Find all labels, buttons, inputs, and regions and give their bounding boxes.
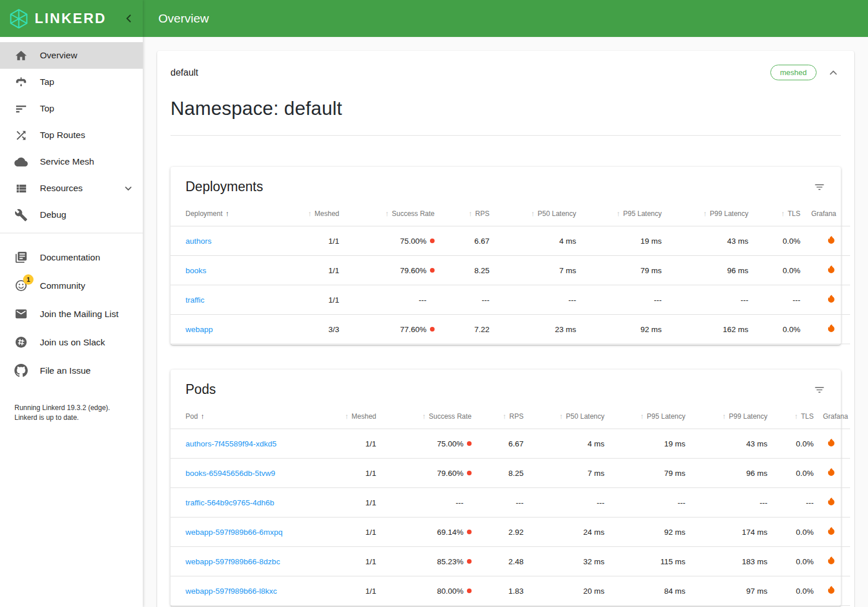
table-row: webapp 3/3 77.60% 7.22 23 ms 92 ms 162 m…: [170, 315, 850, 344]
deployment-link[interactable]: traffic: [186, 296, 205, 304]
main-area: Overview default meshed Namespace: defau…: [143, 0, 868, 607]
rps-cell: 8.25: [476, 459, 528, 488]
p95-cell: ---: [581, 285, 666, 315]
rps-cell: 8.25: [439, 256, 494, 285]
sort-arrow-icon: ↑: [469, 209, 473, 218]
tls-cell: 0.0%: [772, 576, 818, 606]
sidebar-item-community[interactable]: 1 Community: [0, 271, 143, 300]
shuffle-icon: [14, 129, 28, 142]
pod-link[interactable]: webapp-597f989b66-8dzbc: [186, 557, 280, 566]
namespace-card-header: default meshed: [170, 65, 841, 80]
sort-arrow-icon: ↑: [794, 412, 798, 420]
tls-cell: 0.0%: [772, 547, 818, 576]
sidebar-item-slack[interactable]: Join us on Slack: [0, 328, 143, 356]
column-header-p95[interactable]: ↑P95 Latency: [581, 204, 666, 226]
meshed-cell: 1/1: [320, 429, 381, 459]
grafana-icon[interactable]: [826, 235, 836, 245]
meshed-cell: 1/1: [281, 256, 344, 285]
chevron-down-icon[interactable]: [122, 182, 135, 195]
column-header-tls[interactable]: ↑TLS: [772, 407, 818, 429]
sort-arrow-icon: ↑: [385, 209, 389, 218]
sidebar-item-file-issue[interactable]: File an Issue: [0, 356, 143, 385]
grafana-icon[interactable]: [826, 585, 836, 595]
tls-cell: ---: [772, 488, 818, 517]
p99-cell: 97 ms: [690, 576, 772, 606]
column-header-p50[interactable]: ↑P50 Latency: [528, 407, 609, 429]
column-header-grafana: Grafana: [805, 204, 850, 226]
deployment-link[interactable]: webapp: [186, 325, 213, 334]
table-row: webapp-597f989b66-6mxpq 1/1 69.14% 2.92 …: [170, 517, 850, 547]
column-header-p99[interactable]: ↑P99 Latency: [690, 407, 772, 429]
rps-cell: 7.22: [439, 315, 494, 344]
column-header-p99[interactable]: ↑P99 Latency: [666, 204, 753, 226]
deployment-link[interactable]: books: [186, 266, 206, 275]
column-header-p95[interactable]: ↑P95 Latency: [609, 407, 690, 429]
column-header-success-rate[interactable]: ↑Success Rate: [344, 204, 439, 226]
p50-cell: 23 ms: [494, 315, 581, 344]
column-header-meshed[interactable]: ↑Meshed: [281, 204, 344, 226]
sidebar-item-overview[interactable]: Overview: [0, 42, 143, 69]
pods-table: Pod↑ ↑Meshed ↑Success Rate ↑RPS ↑P50 Lat…: [170, 407, 850, 606]
column-header-grafana: Grafana: [818, 407, 850, 429]
table-row: webapp-597f989b66-l8kxc 1/1 80.00% 1.83 …: [170, 576, 850, 606]
meshed-cell: 1/1: [281, 285, 344, 315]
linkerd-logo[interactable]: LINKERD: [8, 8, 106, 29]
github-icon: [14, 364, 28, 377]
p95-cell: 115 ms: [609, 547, 690, 576]
tls-cell: 0.0%: [772, 429, 818, 459]
deployments-filter-button[interactable]: [812, 180, 827, 195]
smiley-icon: 1: [14, 279, 28, 292]
sort-arrow-icon: ↑: [640, 412, 644, 420]
namespace-heading: Namespace: default: [170, 98, 841, 120]
sidebar-item-documentation[interactable]: Documentation: [0, 243, 143, 271]
sidebar-item-mailing-list[interactable]: Join the Mailing List: [0, 300, 143, 328]
sidebar-collapse-button[interactable]: [121, 10, 137, 27]
column-header-rps[interactable]: ↑RPS: [476, 407, 528, 429]
column-header-pod[interactable]: Pod↑: [170, 407, 320, 429]
pod-link[interactable]: webapp-597f989b66-l8kxc: [186, 587, 277, 595]
meshed-cell: 3/3: [281, 315, 344, 344]
grafana-icon[interactable]: [826, 438, 836, 448]
filter-icon: [814, 181, 825, 193]
sidebar-item-tap[interactable]: Tap: [0, 69, 143, 95]
sort-arrow-icon: ↑: [503, 412, 507, 420]
pod-link[interactable]: authors-7f45589f94-xdkd5: [186, 440, 277, 448]
collapse-card-button[interactable]: [826, 65, 841, 80]
pod-link[interactable]: webapp-597f989b66-6mxpq: [186, 528, 283, 537]
column-header-success-rate[interactable]: ↑Success Rate: [381, 407, 476, 429]
column-header-p50[interactable]: ↑P50 Latency: [494, 204, 581, 226]
grafana-icon[interactable]: [826, 265, 836, 274]
alert-dot: [430, 268, 435, 273]
sidebar-item-resources[interactable]: Resources: [0, 175, 143, 202]
success-rate-cell: 69.14%: [381, 517, 476, 547]
grafana-icon[interactable]: [826, 556, 836, 565]
grafana-icon[interactable]: [826, 323, 836, 333]
column-header-deployment[interactable]: Deployment↑: [170, 204, 281, 226]
sidebar-item-top-routes[interactable]: Top Routes: [0, 122, 143, 148]
p99-cell: 162 ms: [666, 315, 753, 344]
grafana-icon[interactable]: [826, 294, 836, 304]
grafana-icon[interactable]: [826, 467, 836, 477]
p50-cell: ---: [494, 285, 581, 315]
sidebar-item-service-mesh[interactable]: Service Mesh: [0, 148, 143, 175]
sidebar-item-debug[interactable]: Debug: [0, 202, 143, 228]
grafana-icon[interactable]: [826, 497, 836, 507]
grafana-icon[interactable]: [826, 526, 836, 536]
pod-link[interactable]: books-65945656db-5tvw9: [186, 469, 275, 478]
pods-filter-button[interactable]: [812, 382, 827, 397]
column-header-tls[interactable]: ↑TLS: [753, 204, 805, 226]
p50-cell: 24 ms: [528, 517, 609, 547]
column-header-meshed[interactable]: ↑Meshed: [320, 407, 381, 429]
p99-cell: 96 ms: [690, 459, 772, 488]
deployment-link[interactable]: authors: [186, 237, 212, 245]
table-row: authors-7f45589f94-xdkd5 1/1 75.00% 6.67…: [170, 429, 850, 459]
pod-link[interactable]: traffic-564b9c9765-4dh6b: [186, 498, 275, 507]
deployments-title: Deployments: [186, 179, 263, 195]
column-header-rps[interactable]: ↑RPS: [439, 204, 494, 226]
meshed-cell: 1/1: [320, 547, 381, 576]
sidebar-item-top[interactable]: Top: [0, 95, 143, 122]
meshed-cell: 1/1: [281, 226, 344, 256]
sort-arrow-icon: ↑: [201, 412, 205, 420]
table-row: books 1/1 79.60% 8.25 7 ms 79 ms 96 ms 0…: [170, 256, 850, 285]
section-divider: [170, 135, 841, 136]
